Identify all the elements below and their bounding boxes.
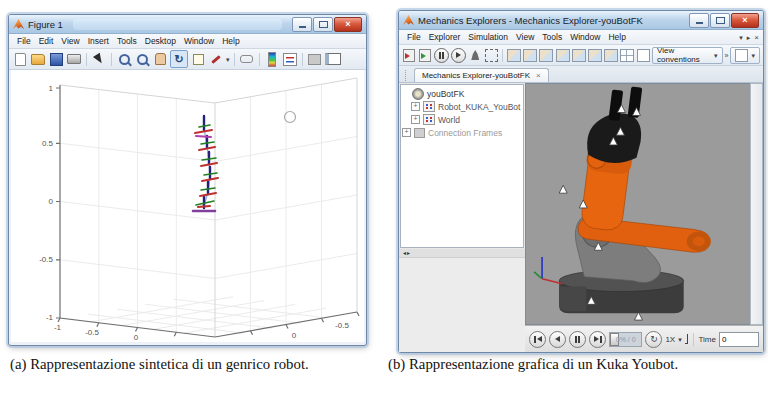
print-button[interactable] [66, 51, 82, 67]
expander-icon[interactable]: + [411, 102, 420, 111]
minimize-button[interactable] [292, 17, 312, 32]
insert-legend-button[interactable] [282, 51, 298, 67]
panel-splitter[interactable]: ◂ ▸ [399, 249, 525, 257]
menu-tools[interactable]: Tools [113, 36, 141, 46]
show-plot-tools-button[interactable] [325, 51, 341, 67]
playback-toolbar: 0% / 0 ↻ 1X ▾ Time [525, 325, 763, 352]
step-back-button[interactable] [549, 331, 566, 348]
close-pane-icon[interactable]: × [754, 33, 759, 42]
menu-window[interactable]: Window [566, 32, 604, 42]
save-explorer-button[interactable] [402, 47, 416, 63]
tab-mechanics-explorer[interactable]: Mechanics Explorer-youBotFK × [414, 68, 549, 82]
rewind-bar [534, 336, 536, 343]
viewport-column: 0% / 0 ↻ 1X ▾ Time [525, 83, 763, 352]
menu-view[interactable]: View [512, 32, 538, 42]
collapse-pane-icon[interactable]: ▾ [739, 34, 743, 41]
link-plot-button[interactable] [239, 51, 255, 67]
rotate-3d-button[interactable]: ↻ [170, 50, 188, 68]
view-top-button[interactable] [556, 47, 570, 63]
hide-plot-tools-button[interactable] [307, 51, 323, 67]
zoom-out-button[interactable] [134, 51, 150, 67]
tree-item-world[interactable]: + World [411, 113, 522, 126]
view-back-button[interactable] [539, 47, 553, 63]
menu-simulation[interactable]: Simulation [464, 32, 512, 42]
view-front-button[interactable] [523, 47, 537, 63]
toolbar-overflow-icon[interactable]: » [725, 52, 729, 59]
undock-pane-icon[interactable]: ▸ [747, 34, 751, 41]
tab-close-icon[interactable]: × [536, 72, 541, 80]
3d-viewport[interactable] [525, 83, 750, 325]
view-iso-button[interactable] [507, 47, 521, 63]
menu-file[interactable]: File [403, 32, 425, 42]
pointer-button[interactable] [91, 51, 107, 67]
go-to-start-button[interactable] [529, 331, 546, 348]
menu-explorer[interactable]: Explorer [425, 32, 465, 42]
split-view-button[interactable] [620, 47, 634, 63]
new-figure-button[interactable] [12, 51, 28, 67]
figure-plot-area[interactable]: 1 0.5 0 -0.5 -1 -1 -0.5 0 0 -0.5 [11, 70, 364, 342]
maximize-button[interactable] [313, 17, 333, 32]
loop-button[interactable]: ↻ [645, 331, 662, 348]
menu-help[interactable]: Help [604, 32, 629, 42]
view-bottom-button[interactable] [572, 47, 586, 63]
step-forward-button[interactable] [589, 331, 606, 348]
data-cursor-button[interactable] [190, 51, 206, 67]
grid-lines [60, 84, 357, 333]
tab-label: Mechanics Explorer-youBotFK [422, 71, 530, 80]
rewind-icon [537, 336, 542, 342]
record-button[interactable] [468, 47, 482, 63]
background-color-dropdown[interactable]: ▾ [730, 47, 760, 64]
pause-view-button[interactable] [434, 47, 449, 63]
zoom-in-button[interactable] [116, 51, 132, 67]
tree-item-youbotfk[interactable]: youBotFK [402, 87, 522, 100]
save-icon [50, 53, 63, 66]
speed-dropdown-icon[interactable]: ▾ [678, 336, 682, 343]
brush-dropdown-icon[interactable]: ▾ [226, 56, 230, 63]
brush-button[interactable] [208, 51, 224, 67]
menu-desktop[interactable]: Desktop [141, 36, 180, 46]
play-view-button[interactable] [451, 47, 466, 63]
tree-item-robot-kuka-youbot[interactable]: + Robot_KUKA_YouBot [411, 100, 522, 113]
rotate-3d-icon: ↻ [174, 54, 183, 65]
menu-window[interactable]: Window [180, 36, 218, 46]
zoom-in-icon [119, 54, 130, 65]
view-left-button[interactable] [588, 47, 602, 63]
close-button[interactable]: × [731, 13, 759, 28]
z-tick: 1 [49, 84, 54, 93]
viewport-scrollbar[interactable] [750, 83, 763, 325]
minimize-button[interactable] [689, 13, 709, 28]
tree-item-label: Connection Frames [428, 128, 502, 138]
caption-a-label: (a) [10, 356, 26, 372]
time-input[interactable] [719, 332, 759, 347]
tree-item-connection-frames[interactable]: + Connection Frames [402, 126, 522, 139]
menu-file[interactable]: File [13, 36, 35, 46]
close-button[interactable]: × [334, 17, 362, 32]
progress-label: 0% / 0 [610, 336, 641, 343]
menu-insert[interactable]: Insert [84, 36, 113, 46]
progress-slider[interactable]: 0% / 0 [609, 332, 642, 347]
menu-view[interactable]: View [57, 36, 83, 46]
menu-tools[interactable]: Tools [538, 32, 566, 42]
expander-icon[interactable]: + [402, 128, 411, 137]
export-explorer-button[interactable] [418, 47, 432, 63]
plot-canvas[interactable]: 1 0.5 0 -0.5 -1 -1 -0.5 0 0 -0.5 [11, 70, 364, 343]
pan-button[interactable] [152, 51, 168, 67]
view-right-button[interactable] [604, 47, 618, 63]
print-icon [67, 54, 81, 64]
view-conventions-dropdown[interactable]: View conventions ▾ [652, 47, 722, 64]
speed-label[interactable]: 1X [665, 335, 675, 344]
expander-icon[interactable]: + [411, 115, 420, 124]
menu-edit[interactable]: Edit [35, 36, 58, 46]
snap-time-icon[interactable] [685, 334, 688, 344]
tab-grip[interactable] [405, 70, 408, 81]
pause-button[interactable] [569, 331, 586, 348]
fit-to-view-button[interactable] [484, 47, 498, 63]
subsystem-icon [423, 114, 435, 125]
background-button[interactable] [636, 47, 650, 63]
z-tick: 0 [49, 197, 54, 206]
open-file-button[interactable] [30, 51, 46, 67]
save-button[interactable] [48, 51, 64, 67]
insert-colorbar-button[interactable] [264, 51, 280, 67]
menu-help[interactable]: Help [218, 36, 243, 46]
maximize-button[interactable] [710, 13, 730, 28]
